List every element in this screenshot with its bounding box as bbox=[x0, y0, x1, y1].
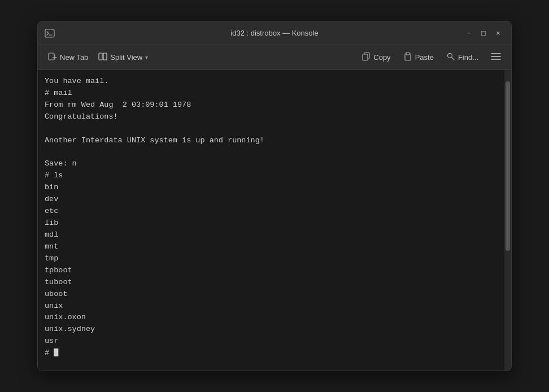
terminal-content[interactable]: You have mail. # mail From rm Wed Aug 2 … bbox=[38, 70, 504, 371]
svg-rect-8 bbox=[363, 54, 368, 60]
title-bar: id32 : distrobox — Konsole − □ × bbox=[38, 21, 511, 45]
title-bar-controls: − □ × bbox=[463, 27, 504, 40]
find-label: Find... bbox=[458, 53, 478, 62]
new-tab-icon bbox=[48, 52, 57, 63]
title-bar-left bbox=[45, 28, 55, 38]
konsole-window: id32 : distrobox — Konsole − □ × New Tab bbox=[37, 21, 512, 371]
split-view-icon bbox=[98, 52, 107, 63]
menu-button[interactable] bbox=[485, 50, 507, 65]
menu-icon bbox=[491, 53, 501, 62]
new-tab-button[interactable]: New Tab bbox=[42, 49, 94, 66]
copy-label: Copy bbox=[373, 53, 390, 62]
terminal-icon bbox=[45, 28, 55, 38]
terminal-output: You have mail. # mail From rm Wed Aug 2 … bbox=[45, 76, 498, 359]
svg-line-12 bbox=[452, 58, 454, 60]
svg-rect-6 bbox=[103, 53, 107, 60]
svg-rect-0 bbox=[45, 29, 54, 37]
maximize-button[interactable]: □ bbox=[477, 27, 490, 40]
copy-button[interactable]: Copy bbox=[356, 49, 396, 66]
split-view-label: Split View bbox=[110, 53, 142, 62]
find-button[interactable]: Find... bbox=[441, 49, 484, 66]
find-icon bbox=[446, 52, 455, 63]
paste-icon bbox=[403, 52, 412, 63]
svg-rect-2 bbox=[49, 53, 54, 60]
svg-point-11 bbox=[447, 54, 452, 58]
toolbar-right: Copy Paste bbox=[356, 49, 507, 66]
paste-label: Paste bbox=[415, 53, 434, 62]
window-title: id32 : distrobox — Konsole bbox=[230, 29, 318, 37]
paste-button[interactable]: Paste bbox=[398, 49, 439, 66]
toolbar: New Tab Split View ▾ bbox=[38, 45, 511, 70]
copy-icon bbox=[361, 52, 371, 63]
scrollbar-thumb[interactable] bbox=[506, 81, 510, 251]
split-view-chevron: ▾ bbox=[145, 54, 148, 60]
scrollbar-track[interactable] bbox=[504, 70, 511, 371]
svg-rect-5 bbox=[99, 53, 102, 60]
close-button[interactable]: × bbox=[492, 27, 504, 40]
split-view-button[interactable]: Split View ▾ bbox=[95, 49, 151, 66]
svg-rect-10 bbox=[406, 53, 409, 55]
terminal-wrapper: You have mail. # mail From rm Wed Aug 2 … bbox=[38, 70, 511, 371]
minimize-button[interactable]: − bbox=[463, 27, 475, 40]
new-tab-label: New Tab bbox=[60, 53, 88, 62]
